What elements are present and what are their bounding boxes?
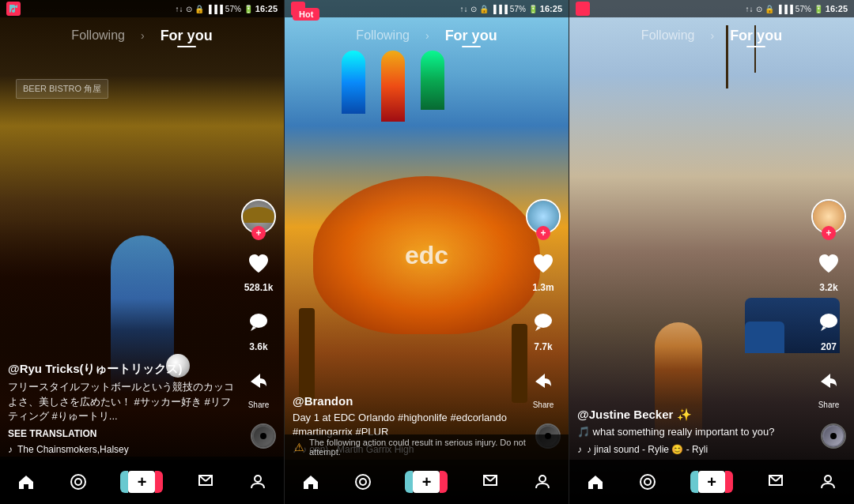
music-title-3: ♪ jinal sound - Rylie 😊 - Ryli bbox=[587, 444, 708, 455]
nav-discover-2[interactable] bbox=[353, 472, 372, 491]
share-btn-1[interactable]: Share bbox=[242, 365, 275, 409]
bottom-nav-3: + bbox=[569, 460, 854, 504]
video-desc-3: 🎵 what something really important to you… bbox=[577, 425, 807, 439]
nav-tabs-2: Following › For you bbox=[285, 17, 569, 54]
nav-home-2[interactable] bbox=[301, 472, 320, 491]
nav-tabs-3: Following › For you bbox=[569, 17, 854, 54]
nav-profile-3[interactable] bbox=[818, 472, 837, 491]
avatar-btn-2[interactable]: + bbox=[526, 199, 561, 234]
video-info-3: @Justine Becker ✨ 🎵 what something reall… bbox=[577, 408, 807, 455]
tab-following-2[interactable]: Following bbox=[356, 28, 410, 43]
tab-foryou-3[interactable]: For you bbox=[730, 28, 782, 44]
nav-separator-3: › bbox=[710, 29, 714, 42]
status-icons-2: ↑↓ ⊙ 🔒 ▐▐▐ 57% 🔋 16:25 bbox=[460, 4, 562, 13]
nav-separator-1: › bbox=[141, 29, 145, 42]
nav-add-3[interactable]: + bbox=[690, 471, 733, 493]
avatar-btn-3[interactable]: + bbox=[811, 199, 846, 234]
status-time-1: 16:25 bbox=[255, 4, 278, 13]
nav-profile-1[interactable] bbox=[248, 472, 267, 491]
app-icon-1 bbox=[6, 2, 21, 16]
comment-btn-1[interactable]: 3.6k bbox=[242, 306, 275, 352]
video-username-3: @Justine Becker ✨ bbox=[577, 408, 807, 422]
status-bar-3: ↑↓ ⊙ 🔒 ▐▐▐ 57% 🔋 16:25 bbox=[569, 0, 854, 17]
svg-point-7 bbox=[535, 314, 552, 328]
svg-point-13 bbox=[539, 476, 546, 482]
tab-following-1[interactable]: Following bbox=[71, 28, 125, 43]
bottom-nav-1: + bbox=[0, 460, 284, 504]
like-btn-1[interactable]: 528.1k bbox=[242, 246, 275, 293]
svg-line-12 bbox=[490, 476, 497, 481]
video-desc-1: フリースタイルフットボールという競技のカッコよさ、美しさを広めたい！ #サッカー… bbox=[8, 380, 236, 423]
svg-point-3 bbox=[75, 479, 81, 485]
share-btn-2[interactable]: Share bbox=[527, 365, 560, 409]
music-disc-3 bbox=[821, 423, 846, 449]
nav-tabs-1: Following › For you bbox=[0, 17, 284, 54]
follow-button-3[interactable]: + bbox=[822, 226, 836, 240]
svg-point-20 bbox=[825, 476, 831, 482]
warning-bar-2: ⚠ The following action could result in s… bbox=[285, 434, 569, 460]
share-label-2: Share bbox=[533, 401, 554, 409]
panel-2: edc ↑↓ ⊙ 🔒 ▐▐▐ 57% 🔋 16:25 bbox=[285, 0, 569, 504]
comment-btn-3[interactable]: 207 bbox=[812, 306, 845, 352]
svg-line-19 bbox=[776, 476, 782, 481]
follow-button-2[interactable]: + bbox=[536, 226, 550, 240]
see-translation-1[interactable]: SEE TRANSLATION bbox=[8, 428, 236, 439]
nav-profile-2[interactable] bbox=[533, 472, 552, 491]
svg-line-4 bbox=[199, 476, 206, 481]
like-btn-3[interactable]: 3.2k bbox=[812, 246, 845, 293]
tab-foryou-2[interactable]: For you bbox=[445, 28, 497, 44]
nav-discover-3[interactable] bbox=[638, 472, 657, 491]
svg-point-0 bbox=[250, 314, 267, 328]
video-info-1: @Ryu Tricks(りゅートリックス) フリースタイルフットボールという競技… bbox=[8, 362, 236, 455]
nav-inbox-3[interactable] bbox=[766, 472, 785, 491]
nav-home-1[interactable] bbox=[17, 472, 36, 491]
like-count-1: 528.1k bbox=[244, 282, 274, 293]
like-btn-2[interactable]: 1.3m bbox=[527, 246, 560, 293]
comment-count-3: 207 bbox=[821, 341, 837, 352]
nav-add-1[interactable]: + bbox=[120, 471, 163, 493]
status-bar-1: ↑↓ ⊙ 🔒 ▐▐▐ 57% 🔋 16:25 bbox=[0, 0, 284, 17]
music-title-1: The Chainsmokers,Halsey bbox=[17, 444, 129, 455]
comment-btn-2[interactable]: 7.7k bbox=[527, 306, 560, 352]
svg-line-5 bbox=[206, 476, 212, 481]
avatar-btn-1[interactable]: + bbox=[241, 199, 276, 234]
music-row-3: ♪ ♪ jinal sound - Rylie 😊 - Ryli bbox=[577, 444, 807, 455]
status-icons-1: ↑↓ ⊙ 🔒 ▐▐▐ 57% 🔋 16:25 bbox=[176, 4, 278, 13]
svg-line-18 bbox=[769, 476, 776, 481]
tab-following-3[interactable]: Following bbox=[641, 28, 695, 43]
share-label-1: Share bbox=[248, 401, 270, 409]
music-note-1: ♪ bbox=[8, 444, 13, 455]
svg-point-6 bbox=[255, 476, 261, 482]
share-label-3: Share bbox=[818, 401, 840, 409]
action-buttons-2: + 1.3m 7.7k Share bbox=[526, 199, 561, 409]
nav-home-3[interactable] bbox=[586, 472, 605, 491]
status-time-2: 16:25 bbox=[540, 4, 562, 13]
status-time-3: 16:25 bbox=[826, 4, 848, 13]
nav-separator-2: › bbox=[425, 29, 429, 42]
svg-point-9 bbox=[356, 475, 370, 489]
comment-count-1: 3.6k bbox=[249, 341, 267, 352]
like-count-3: 3.2k bbox=[819, 282, 837, 293]
share-btn-3[interactable]: Share bbox=[812, 365, 845, 409]
music-row-1: ♪ The Chainsmokers,Halsey bbox=[8, 444, 236, 455]
svg-point-10 bbox=[360, 479, 366, 485]
nav-inbox-1[interactable] bbox=[196, 472, 215, 491]
nav-discover-1[interactable] bbox=[69, 472, 88, 491]
panel-1: BEER BISTRO 角屋 ↑↓ ⊙ 🔒 ▐▐▐ 57% 🔋 16:25 Fo… bbox=[0, 0, 285, 504]
svg-line-11 bbox=[484, 476, 490, 481]
nav-add-2[interactable]: + bbox=[405, 471, 448, 493]
app-icon-3 bbox=[576, 2, 590, 16]
svg-point-16 bbox=[640, 475, 655, 489]
status-icons-3: ↑↓ ⊙ 🔒 ▐▐▐ 57% 🔋 16:25 bbox=[746, 4, 848, 13]
follow-button-1[interactable]: + bbox=[251, 226, 266, 240]
panel-3: ↑↓ ⊙ 🔒 ▐▐▐ 57% 🔋 16:25 Following › For y… bbox=[569, 0, 854, 504]
svg-point-14 bbox=[820, 314, 837, 328]
tab-foryou-1[interactable]: For you bbox=[161, 28, 213, 44]
nav-inbox-2[interactable] bbox=[481, 472, 500, 491]
video-username-2: @Brandon bbox=[293, 394, 521, 408]
hot-badge-2: Hot bbox=[293, 8, 319, 21]
svg-point-17 bbox=[644, 479, 651, 485]
like-count-2: 1.3m bbox=[532, 282, 554, 293]
action-buttons-1: + 528.1k 3.6k Share bbox=[241, 199, 276, 409]
warning-text-2: The following action could result in ser… bbox=[309, 438, 559, 457]
